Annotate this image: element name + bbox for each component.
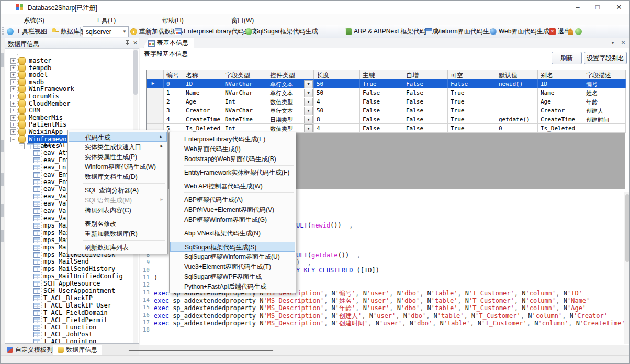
grid-cell[interactable]: 1 — [164, 88, 183, 97]
grid-cell[interactable]: True — [448, 115, 496, 124]
grid-cell[interactable]: getdate() — [496, 115, 538, 124]
tree-node-table[interactable]: T_ACL_BlackIP — [33, 294, 94, 302]
toolbar-view-button[interactable]: 工具栏视图 — [7, 26, 47, 37]
web-codegen-button[interactable]: Web界面代码生成 ▼ — [490, 26, 556, 37]
grid-cell[interactable]: False — [403, 79, 448, 88]
tree-expander-icon[interactable]: + — [10, 86, 16, 92]
grid-cell[interactable]: 4 — [164, 115, 183, 124]
grid-cell[interactable]: True — [360, 79, 403, 88]
set-field-alias-button[interactable]: 设置字段别名 — [584, 52, 627, 64]
tree-node-database[interactable]: +MemberMis — [10, 114, 64, 121]
combo-dropdown-button[interactable]: ▼ — [304, 116, 313, 124]
tree-expander-icon[interactable]: + — [10, 122, 16, 128]
grid-cell[interactable]: 年龄 — [583, 97, 626, 106]
grid-cell[interactable]: 单行文本▼ — [267, 106, 314, 115]
grid-cell[interactable]: 创建人 — [583, 106, 626, 115]
menu-item[interactable]: Web界面代码生成(I) — [170, 144, 295, 154]
menu-item[interactable]: ABP框架Winform界面生成(G) — [170, 214, 295, 224]
tree-node-database[interactable]: +tempdb — [10, 64, 52, 72]
grid-cell[interactable] — [496, 97, 538, 106]
grid-column-header[interactable]: 别名 — [538, 70, 583, 79]
tree-node-table[interactable]: T_ACL_BlackIP_User — [33, 302, 113, 309]
tree-node-table[interactable]: mps_MailSend — [33, 258, 90, 265]
tree-node-table[interactable]: SCH_AppResource — [33, 280, 101, 287]
grid-cell[interactable]: False — [403, 115, 448, 124]
grid-column-header[interactable]: 字段描述 — [583, 70, 626, 79]
grid-cell[interactable]: True — [448, 88, 496, 97]
tree-expander-icon[interactable]: + — [10, 101, 16, 107]
home-button[interactable] — [567, 26, 574, 37]
grid-cell[interactable]: newid() — [496, 79, 538, 88]
editor-scrollbar-thumb[interactable] — [625, 194, 629, 262]
combo-dropdown-button[interactable]: ▼ — [304, 107, 313, 115]
grid-column-header[interactable]: 默认值 — [496, 70, 538, 79]
grid-cell[interactable] — [583, 124, 626, 133]
grid-column-header[interactable]: 主键 — [360, 70, 403, 79]
grid-column-header[interactable]: 自增 — [403, 70, 448, 79]
grid-cell[interactable]: ID — [538, 79, 583, 88]
grid-cell[interactable]: Creator — [183, 106, 222, 115]
grid-column-header[interactable]: 名称 — [183, 70, 222, 79]
grid-cell[interactable]: CreateTime — [183, 115, 222, 124]
menu-item[interactable]: 拷贝列表内容(C) — [69, 205, 167, 215]
grid-cell[interactable]: 50 — [314, 88, 360, 97]
grid-cell[interactable]: Name — [183, 88, 222, 97]
combo-dropdown-button[interactable]: ▼ — [304, 98, 313, 106]
grid-cell[interactable]: False — [360, 97, 403, 106]
autohide-tab[interactable] — [1, 140, 4, 152]
menu-item[interactable]: Vue3+Element界面代码生成(T) — [170, 261, 295, 271]
refresh-button[interactable]: 刷新 — [552, 52, 582, 64]
combo-dropdown-button[interactable]: ▼ — [304, 80, 313, 88]
grid-cell[interactable]: False — [360, 115, 403, 124]
grid-cell[interactable]: True — [448, 106, 496, 115]
tree-node-database[interactable]: +master — [10, 57, 52, 64]
tree-node-table[interactable]: T_ACL_FieldPermit — [33, 316, 109, 324]
tree-node-database[interactable]: +PatientMis — [10, 121, 68, 128]
grid-cell[interactable]: DateTime — [222, 115, 267, 124]
menu-item[interactable]: Web API控制器代码生成(W) — [170, 181, 295, 191]
grid-cell[interactable]: False — [448, 79, 496, 88]
tree-node-table[interactable]: mps_MailUnifiedConfig — [33, 272, 124, 280]
grid-cell[interactable]: 4 — [314, 124, 360, 133]
tree-expander-icon[interactable]: + — [10, 58, 16, 64]
rss-button[interactable] — [575, 26, 582, 37]
dock-tab-database-info[interactable]: 数据库信息 — [53, 345, 102, 356]
combo-dropdown-button[interactable]: ▼ — [304, 124, 313, 133]
maximize-button[interactable]: □ — [590, 3, 605, 12]
menu-item[interactable]: Abp VNext框架代码生成(N) — [170, 228, 295, 238]
menu-item[interactable]: Bootstrap的Web界面代码生成(B) — [170, 154, 295, 164]
grid-column-header[interactable]: 编号 — [164, 70, 183, 79]
grid-cell[interactable]: False — [360, 124, 403, 133]
tree-node-table[interactable]: T_ACL_JobPost — [33, 331, 94, 338]
grid-cell[interactable]: Creator — [538, 106, 583, 115]
grid-cell[interactable]: 3 — [164, 106, 183, 115]
grid-column-header[interactable]: 可空 — [448, 70, 496, 79]
menu-item[interactable]: 数据库文档生成(D) — [69, 172, 167, 181]
grid-cell[interactable]: 4 — [314, 97, 360, 106]
tree-node-table[interactable]: T_ACL_LoginLog — [33, 338, 97, 343]
row-selector[interactable] — [147, 106, 164, 115]
menu-item[interactable]: ABP框架代码生成(A) — [170, 195, 295, 204]
tree-expander-icon[interactable]: + — [10, 108, 16, 113]
grid-cell[interactable]: 8 — [314, 115, 360, 124]
grid-cell[interactable]: True — [448, 97, 496, 106]
grid-cell[interactable]: Name — [538, 88, 583, 97]
grid-cell[interactable]: 创建时间 — [583, 115, 626, 124]
grid-cell[interactable] — [496, 88, 538, 97]
menubar-item[interactable]: 帮助(H) — [160, 16, 186, 26]
autohide-tab[interactable] — [1, 173, 4, 186]
close-button[interactable]: ✕ — [611, 3, 627, 12]
row-selector[interactable] — [147, 115, 164, 124]
tree-node-table[interactable]: mps_MailSendHistory — [33, 265, 116, 272]
combo-dropdown-button[interactable]: ▼ — [304, 89, 313, 97]
grid-cell[interactable]: 0 — [496, 124, 538, 133]
grid-cell[interactable]: NVarChar — [222, 79, 267, 88]
row-selector[interactable]: ► — [147, 79, 164, 88]
enterprise-codegen-button[interactable]: EnterpriseLibrary代码生成 — [175, 26, 256, 37]
menu-item[interactable]: SqlSugar框架代码生成(S) — [170, 242, 295, 252]
pin-icon[interactable] — [124, 40, 131, 47]
tree-scrollbar-thumb[interactable] — [133, 50, 138, 95]
tree-node-database[interactable]: +ForumMis — [10, 93, 60, 100]
grid-cell[interactable]: 单行文本▼ — [267, 88, 314, 97]
grid-cell[interactable]: Int — [222, 97, 267, 106]
